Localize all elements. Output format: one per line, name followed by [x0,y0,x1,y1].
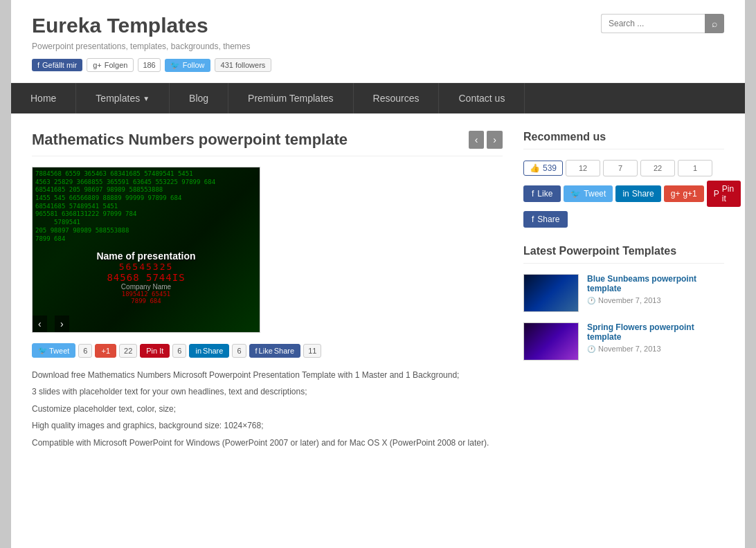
recommend-title: Recommend us [523,131,724,149]
blue-sunbeams-date: 🕐 November 7, 2013 [587,296,724,304]
pinterest-share-button[interactable]: Pin It [140,344,170,358]
slide-small-numbers: 1895412 654517899 684 [96,291,195,304]
social-bar: f Gefällt mir g+ Folgen 186 🐦 Follow 431… [32,58,271,72]
fb-share-label2: Share [274,347,294,355]
fb-icon2: f [532,189,534,199]
recommend-buttons-row: f Like 🐦 Tweet in Share g+ g+1 [523,181,724,207]
carousel-next-button[interactable]: › [55,316,69,332]
twitter-share-button[interactable]: 🐦 Tweet [32,343,75,358]
gplus-share-count: 22 [119,344,137,358]
slide-accent-numbers2: 84568 5744IS [96,272,195,283]
slide-overlay: Name of presentation 56545325 84568 5744… [96,250,195,304]
linkedin-share-icon: in [195,347,201,355]
linkedin-icon: in [622,189,629,199]
search-button[interactable]: ⌕ [705,14,724,33]
twitter-icon: 🐦 [170,61,180,70]
pinterest-rec-count: 1 [678,160,712,176]
nav-home-label: Home [30,93,56,104]
blue-sunbeams-title[interactable]: Blue Sunbeams powerpoint template [587,274,724,293]
list-item: Spring Flowers powerpoint template 🕐 Nov… [523,322,724,360]
spring-flowers-date: 🕐 November 7, 2013 [587,345,724,353]
blue-sunbeams-date-text: November 7, 2013 [598,296,661,304]
twitter-icon2: 🐦 [570,189,581,199]
nav-item-home[interactable]: Home [11,83,76,113]
recommend-fb-row: 👍 539 12 7 22 1 [523,160,724,176]
carousel-prev-button[interactable]: ‹ [33,316,47,332]
twitter-rec-button[interactable]: 🐦 Tweet [564,185,613,202]
slide-company: Company Name [96,283,195,291]
clock-icon2: 🕐 [587,345,595,353]
pinterest-count-number: 1 [685,164,705,172]
gplus-icon: g+ [93,61,102,69]
main-content: Mathematics Numbers powerpoint template … [32,131,503,453]
fb-share-wide-button[interactable]: f Share [523,211,568,228]
fb-like-label: Gefällt mir [42,61,77,69]
linkedin-count-number: 7 [611,164,630,172]
nav-item-premium[interactable]: Premium Templates [228,83,353,113]
navigation: Home Templates ▼ Blog Premium Templates … [11,83,745,113]
template-image-wrapper: 7884568 6559 365463 68341685 57489541 54… [32,167,503,333]
blue-sunbeams-thumb [523,274,579,312]
pinterest-icon: P [714,189,719,199]
search-input[interactable] [601,14,705,33]
fb-like-label2: Like [259,347,273,355]
twitter-count-number: 12 [573,164,593,172]
desc-line-1: Download free Mathematics Numbers Micros… [32,368,503,382]
share-bar: 🐦 Tweet 6 +1 22 Pin It 6 in Share 6 [32,343,503,358]
gplus-follow-button[interactable]: g+ Folgen [87,58,134,72]
post-title-bar: Mathematics Numbers powerpoint template … [32,131,503,156]
recommend-share-row: f Share [523,211,724,228]
matrix-numbers-bg: 7884568 6559 365463 68341685 57489541 54… [33,167,260,332]
fb-like-wide-button[interactable]: f Like [523,185,561,202]
nav-premium-label: Premium Templates [248,93,333,104]
nav-item-resources[interactable]: Resources [354,83,440,113]
nav-item-contact[interactable]: Contact us [439,83,525,113]
linkedin-share-count: 6 [232,344,246,358]
nav-templates-label: Templates [96,93,140,104]
desc-line-3: Customize placeholder text, color, size; [32,402,503,416]
linkedin-share-button[interactable]: in Share [189,344,229,358]
twitter-tweet-label: Tweet [584,189,606,199]
fb-share-button[interactable]: f Like Share [249,344,301,358]
linkedin-rec-button[interactable]: in Share [615,185,660,202]
gplus-rec-label: g+1 [683,189,696,199]
gplus-label: Folgen [105,61,128,69]
desc-line-2: 3 slides with placeholder text for your … [32,385,503,399]
fb-count-number: 539 [543,163,557,173]
nav-item-blog[interactable]: Blog [170,83,228,113]
linkedin-rec-count: 7 [603,160,638,176]
pinterest-share-count: 6 [172,344,186,358]
pinterest-rec-label: Pin it [722,184,734,203]
fb-share-count: 11 [303,344,321,358]
gplus-share-label: +1 [101,347,110,355]
site-tagline: Powerpoint presentations, templates, bac… [32,42,271,51]
spring-flowers-date-text: November 7, 2013 [598,345,661,353]
gplus-rec-button[interactable]: g+ g+1 [664,185,704,202]
latest-section: Latest Powerpoint Templates Blue Sunbeam… [523,245,724,360]
fb-like-button[interactable]: f Gefällt mir [32,59,82,71]
linkedin-rec-label: Share [632,189,654,199]
desc-line-5: Compatible with Microsoft PowerPoint for… [32,436,503,450]
spring-flowers-info: Spring Flowers powerpoint template 🕐 Nov… [587,322,724,353]
twitter-follow-button[interactable]: 🐦 Follow [165,59,210,72]
previous-post-button[interactable]: ‹ [469,131,485,149]
twitter-share-count: 6 [78,344,92,358]
search-area: ⌕ [601,14,724,33]
nav-contact-label: Contact us [458,93,505,104]
gplus-share-button[interactable]: +1 [95,344,116,358]
recommend-section: Recommend us 👍 539 12 7 22 [523,131,724,228]
pinterest-rec-button[interactable]: P Pin it [707,181,741,207]
pinterest-share-label: Pin It [146,347,163,355]
blue-sunbeams-info: Blue Sunbeams powerpoint template 🕐 Nove… [587,274,724,304]
next-post-button[interactable]: › [487,131,503,149]
latest-title: Latest Powerpoint Templates [523,245,724,264]
site-title: Eureka Templates [32,14,271,37]
twitter-share-icon: 🐦 [38,346,48,355]
desc-line-4: High quality images and graphics, backgr… [32,419,503,432]
nav-item-templates[interactable]: Templates ▼ [76,83,170,113]
post-navigation-arrows: ‹ › [469,131,503,149]
spring-flowers-title[interactable]: Spring Flowers powerpoint template [587,322,724,342]
header: Eureka Templates Powerpoint presentation… [11,0,745,83]
nav-resources-label: Resources [373,93,420,104]
fb-like-wide-label: Like [537,189,552,199]
